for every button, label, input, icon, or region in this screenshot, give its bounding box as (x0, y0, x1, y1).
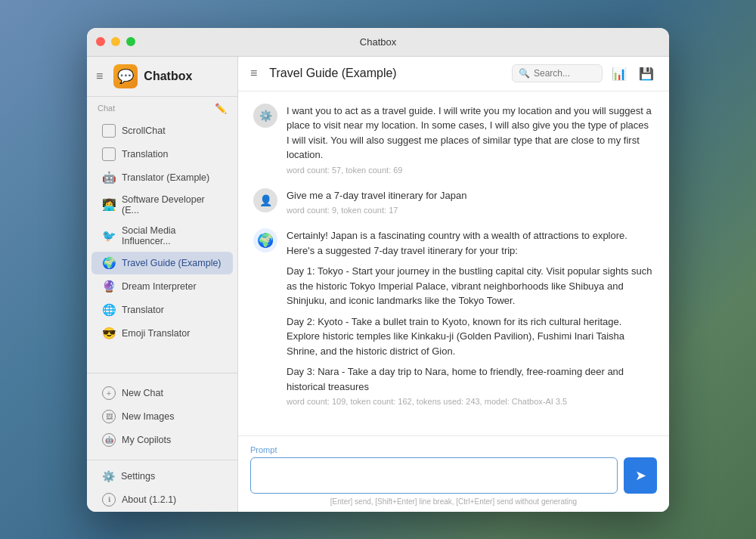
main-window: Chatbox ≡ 💬 Chatbox Chat ✏️ ScrollChat (87, 28, 669, 512)
chat-item-icon: 🌐 (102, 303, 116, 317)
copilots-label: My Copilots (122, 435, 171, 445)
about-button[interactable]: ℹ About (1.2.1) (91, 488, 233, 511)
sidebar-actions: + New Chat 🖼 New Images 🤖 My Copilots (87, 378, 237, 455)
chat-item-scrollchat[interactable]: ScrollChat (91, 119, 233, 142)
chat-item-label: Dream Interpreter (122, 281, 197, 292)
sidebar-header: ≡ 💬 Chatbox (87, 57, 237, 97)
send-icon: ➤ (635, 467, 646, 484)
message-meta: word count: 109, token count: 162, token… (287, 397, 654, 406)
chat-item-dream-interpreter[interactable]: 🔮 Dream Interpreter (91, 275, 233, 298)
close-button[interactable] (96, 37, 105, 46)
prompt-input[interactable] (250, 457, 618, 494)
copilots-icon: 🤖 (102, 433, 116, 447)
new-chat-button[interactable]: + New Chat (91, 382, 233, 404)
message-body: I want you to act as a travel guide. I w… (287, 104, 654, 175)
header-icons: 🔍 📊 💾 (512, 63, 657, 84)
message-system: ⚙️ I want you to act as a travel guide. … (253, 104, 654, 175)
user-avatar: 👤 (253, 188, 277, 212)
chat-item-icon: 👩‍💻 (102, 198, 116, 212)
chat-item-icon: 🤖 (102, 171, 116, 184)
chat-item-software-dev[interactable]: 👩‍💻 Software Developer (E... (91, 190, 233, 220)
new-images-icon: 🖼 (102, 410, 116, 423)
chat-item-label: Translator (122, 305, 164, 315)
sidebar-divider-2 (87, 460, 237, 460)
hamburger-icon[interactable]: ≡ (96, 70, 103, 83)
content-area: ≡ Travel Guide (Example) 🔍 📊 💾 ⚙️ (238, 57, 669, 512)
hint-text: [Enter] send, [Shift+Enter] line break, … (250, 497, 657, 506)
sidebar: ≡ 💬 Chatbox Chat ✏️ ScrollChat Translati… (87, 57, 238, 512)
message-body: Give me a 7-day travel itinerary for Jap… (287, 188, 654, 215)
new-images-label: New Images (122, 411, 174, 422)
about-label: About (1.2.1) (122, 494, 176, 505)
chat-item-translation[interactable]: Translation (91, 143, 233, 166)
traffic-lights (96, 37, 135, 46)
chat-item-label: Emoji Translator (122, 328, 190, 339)
search-box[interactable]: 🔍 (512, 64, 603, 82)
chat-item-label: Translator (Example) (122, 172, 209, 183)
message-text: Certainly! Japan is a fascinating countr… (287, 228, 654, 394)
settings-button[interactable]: ⚙️ Settings (91, 466, 233, 487)
new-chat-icon: + (102, 386, 116, 400)
chat-item-icon (102, 147, 116, 161)
sidebar-divider (87, 373, 237, 373)
settings-icon: ⚙️ (102, 470, 115, 482)
chat-item-social-media[interactable]: 🐦 Social Media Influencer... (91, 221, 233, 251)
main-area: ≡ 💬 Chatbox Chat ✏️ ScrollChat Translati… (87, 57, 669, 512)
message-ai: 🌍 Certainly! Japan is a fascinating coun… (253, 228, 654, 406)
chat-item-label: Travel Guide (Example) (122, 258, 222, 268)
app-icon: 💬 (113, 64, 138, 88)
chat-item-label: ScrollChat (122, 125, 166, 136)
message-user: 👤 Give me a 7-day travel itinerary for J… (253, 188, 654, 215)
chat-item-icon: 🐦 (102, 229, 116, 243)
chat-item-translator-example[interactable]: 🤖 Translator (Example) (91, 166, 233, 189)
settings-label: Settings (121, 471, 155, 482)
minimize-button[interactable] (111, 37, 120, 46)
chat-item-icon: 🌍 (102, 256, 116, 270)
chat-item-travel-guide[interactable]: 🌍 Travel Guide (Example) (91, 252, 233, 274)
chat-item-emoji-translator[interactable]: 😎 Emoji Translator (91, 322, 233, 345)
save-button[interactable]: 💾 (636, 63, 657, 84)
message-body: Certainly! Japan is a fascinating countr… (287, 228, 654, 406)
header-menu-icon[interactable]: ≡ (250, 67, 257, 80)
search-input[interactable] (534, 68, 594, 79)
chat-list: ScrollChat Translation 🤖 Translator (Exa… (87, 117, 237, 368)
message-text: I want you to act as a travel guide. I w… (287, 104, 654, 163)
search-icon: 🔍 (519, 68, 530, 79)
about-icon: ℹ (102, 493, 116, 506)
maximize-button[interactable] (126, 37, 135, 46)
chat-item-icon (102, 124, 116, 138)
chat-item-label: Software Developer (E... (122, 194, 222, 215)
window-title: Chatbox (360, 36, 396, 48)
edit-icon[interactable]: ✏️ (215, 103, 227, 114)
my-copilots-button[interactable]: 🤖 My Copilots (91, 429, 233, 451)
prompt-area: Prompt ➤ [Enter] send, [Shift+Enter] lin… (238, 435, 669, 512)
content-header: ≡ Travel Guide (Example) 🔍 📊 💾 (238, 57, 669, 91)
messages-area: ⚙️ I want you to act as a travel guide. … (238, 91, 669, 435)
prompt-input-wrapper: ➤ (250, 457, 657, 494)
message-text: Give me a 7-day travel itinerary for Jap… (287, 188, 654, 203)
titlebar: Chatbox (87, 28, 669, 57)
system-avatar: ⚙️ (253, 104, 277, 128)
prompt-label: Prompt (250, 445, 657, 454)
app-name: Chatbox (144, 70, 192, 83)
chat-section-label: Chat ✏️ (87, 97, 237, 117)
chat-item-icon: 😎 (102, 327, 116, 340)
content-title: Travel Guide (Example) (269, 67, 504, 80)
chat-item-icon: 🔮 (102, 280, 116, 293)
send-button[interactable]: ➤ (624, 457, 657, 494)
chat-item-label: Translation (122, 149, 168, 160)
chart-button[interactable]: 📊 (609, 63, 630, 84)
ai-avatar: 🌍 (253, 228, 277, 252)
chat-item-label: Social Media Influencer... (122, 225, 222, 246)
new-chat-label: New Chat (122, 388, 163, 398)
chat-item-translator[interactable]: 🌐 Translator (91, 299, 233, 321)
message-meta: word count: 9, token count: 17 (287, 206, 654, 215)
message-meta: word count: 57, token count: 69 (287, 166, 654, 175)
new-images-button[interactable]: 🖼 New Images (91, 405, 233, 428)
